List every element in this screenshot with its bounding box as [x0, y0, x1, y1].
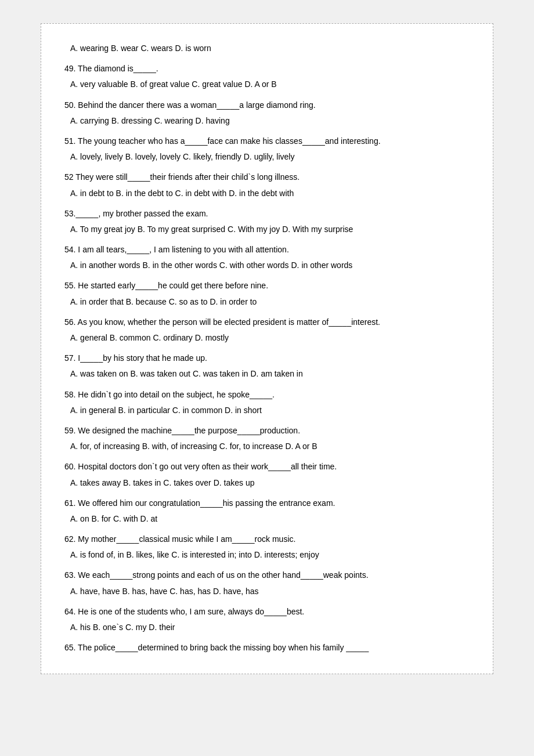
question-line: 65. The police_____determined to bring b…: [64, 641, 470, 655]
question-line: 53._____, my brother passed the exam.: [64, 207, 470, 221]
answer-line: A. in general B. in particular C. in com…: [64, 403, 470, 418]
question-line: 56. As you know, whether the person will…: [64, 315, 470, 330]
question-line: 57. I_____by his story that he made up.: [64, 351, 470, 366]
question-line: 52 They were still_____their friends aft…: [64, 170, 470, 185]
answer-line: A. lovely, lively B. lovely, lovely C. l…: [64, 150, 470, 164]
question-line: 55. He started early_____he could get th…: [64, 278, 470, 293]
answer-line: A. To my great joy B. To my great surpri…: [64, 222, 470, 237]
question-line: 59. We designed the machine_____the purp…: [64, 424, 470, 438]
answer-line: A. for, of increasing B. with, of increa…: [64, 439, 470, 454]
question-line: 61. We offered him our congratulation___…: [64, 496, 470, 511]
answer-line: A. general B. common C. ordinary D. most…: [64, 331, 470, 345]
answer-line: A. his B. one`s C. my D. their: [64, 620, 470, 635]
question-line: 62. My mother_____classical music while …: [64, 532, 470, 547]
answer-line: A. is fond of, in B. likes, like C. is i…: [64, 548, 470, 562]
question-line: 54. I am all tears,_____, I am listening…: [64, 243, 470, 257]
question-line: 51. The young teacher who has a_____face…: [64, 134, 470, 149]
answer-line: A. takes away B. takes in C. takes over …: [64, 476, 470, 490]
exam-page: A. wearing B. wear C. wears D. is worn49…: [41, 23, 493, 674]
question-line: 60. Hospital doctors don`t go out very o…: [64, 460, 470, 474]
answer-line: A. in debt to B. in the debt to C. in de…: [64, 186, 470, 201]
answer-line: A. wearing B. wear C. wears D. is worn: [64, 41, 470, 56]
answer-line: A. have, have B. has, have C. has, has D…: [64, 584, 470, 599]
answer-line: A. on B. for C. with D. at: [64, 512, 470, 526]
answer-line: A. carrying B. dressing C. wearing D. ha…: [64, 114, 470, 128]
question-line: 49. The diamond is_____.: [64, 62, 470, 76]
answer-line: A. was taken on B. was taken out C. was …: [64, 367, 470, 381]
answer-line: A. very valuable B. of great value C. gr…: [64, 77, 470, 92]
question-line: 58. He didn`t go into detail on the subj…: [64, 388, 470, 402]
question-line: 50. Behind the dancer there was a woman_…: [64, 98, 470, 113]
answer-line: A. in order that B. because C. so as to …: [64, 295, 470, 309]
question-line: 64. He is one of the students who, I am …: [64, 605, 470, 619]
answer-line: A. in another words B. in the other word…: [64, 258, 470, 273]
question-line: 63. We each_____strong points and each o…: [64, 568, 470, 583]
